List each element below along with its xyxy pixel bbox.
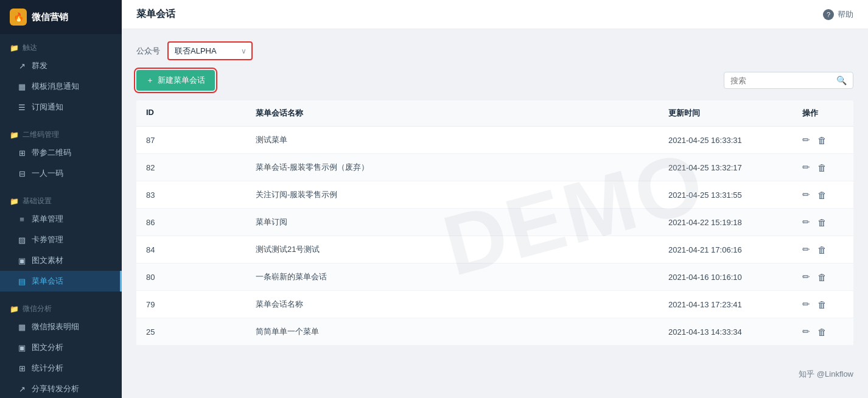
nav-group-analysis: 📁 微信分析 bbox=[0, 299, 122, 316]
delete-icon[interactable]: 🗑 bbox=[817, 217, 827, 228]
sidebar-header: 🔥 微信营销 bbox=[0, 0, 122, 34]
help-button[interactable]: ? 帮助 bbox=[823, 9, 853, 20]
table-row: 80 一条崭新的菜单会话 2021-04-16 10:16:10 ✏ 🗑 bbox=[136, 264, 853, 291]
cell-id: 86 bbox=[136, 209, 246, 236]
delete-icon[interactable]: 🗑 bbox=[817, 327, 827, 337]
row-action-icons: ✏ 🗑 bbox=[802, 217, 827, 228]
sidebar-item-paramqr[interactable]: ⊞ 带参二维码 bbox=[0, 142, 122, 163]
table-row: 82 菜单会话-服装零售示例（废弃） 2021-04-25 13:32:17 ✏… bbox=[136, 154, 853, 181]
cell-id: 82 bbox=[136, 154, 246, 181]
folder-icon-analysis: 📁 bbox=[10, 305, 19, 313]
page-title: 菜单会话 bbox=[136, 8, 175, 21]
edit-icon[interactable]: ✏ bbox=[802, 271, 810, 282]
sidebar-item-graphanalysis[interactable]: ▣ 图文分析 bbox=[0, 337, 122, 358]
col-header-actions: 操作 bbox=[793, 100, 853, 126]
plus-icon: ＋ bbox=[146, 75, 154, 86]
edit-icon[interactable]: ✏ bbox=[802, 244, 810, 255]
help-icon: ? bbox=[823, 9, 834, 20]
table-row: 87 测试菜单 2021-04-25 16:33:31 ✏ 🗑 bbox=[136, 127, 853, 154]
edit-icon[interactable]: ✏ bbox=[802, 217, 810, 228]
cell-name: 简简单单一个菜单 bbox=[246, 318, 659, 345]
cell-name: 菜单会话名称 bbox=[246, 291, 659, 318]
sidebar-item-card[interactable]: ▨ 卡券管理 bbox=[0, 229, 122, 250]
col-header-updated: 更新时间 bbox=[659, 100, 793, 126]
cell-actions: ✏ 🗑 bbox=[793, 318, 853, 345]
report-icon: ▦ bbox=[17, 323, 27, 332]
cell-id: 83 bbox=[136, 181, 246, 208]
edit-icon[interactable]: ✏ bbox=[802, 162, 810, 173]
sidebar-item-statsanalysis[interactable]: ⊞ 统计分析 bbox=[0, 358, 122, 379]
sidebar-item-template[interactable]: ▦ 模板消息通知 bbox=[0, 76, 122, 97]
cell-name: 测试测试21号测试 bbox=[246, 236, 659, 263]
delete-icon[interactable]: 🗑 bbox=[817, 135, 827, 145]
filter-label: 公众号 bbox=[136, 46, 160, 57]
edit-icon[interactable]: ✏ bbox=[802, 189, 810, 200]
row-action-icons: ✏ 🗑 bbox=[802, 189, 827, 200]
delete-icon[interactable]: 🗑 bbox=[817, 190, 827, 200]
card-icon: ▨ bbox=[17, 236, 27, 245]
menuchat-icon: ▤ bbox=[17, 277, 27, 286]
cell-actions: ✏ 🗑 bbox=[793, 236, 853, 263]
personalqr-icon: ⊟ bbox=[17, 169, 27, 178]
sidebar-item-masssend[interactable]: ↗ 群发 bbox=[0, 55, 122, 76]
sidebar-item-menumanage[interactable]: ≡ 菜单管理 bbox=[0, 209, 122, 229]
new-menuchat-button[interactable]: ＋ 新建菜单会话 bbox=[136, 70, 215, 91]
cell-name: 关注订阅-服装零售示例 bbox=[246, 181, 659, 208]
media-icon: ▣ bbox=[17, 256, 27, 265]
table-row: 84 测试测试21号测试 2021-04-21 17:06:16 ✏ 🗑 bbox=[136, 236, 853, 264]
search-box[interactable]: 🔍 bbox=[724, 72, 853, 89]
cell-actions: ✏ 🗑 bbox=[793, 154, 853, 181]
folder-icon: 📁 bbox=[10, 44, 19, 52]
cell-actions: ✏ 🗑 bbox=[793, 181, 853, 208]
search-input[interactable] bbox=[730, 76, 833, 85]
cell-updated: 2021-04-16 10:16:10 bbox=[659, 264, 793, 290]
sidebar-item-media[interactable]: ▣ 图文素材 bbox=[0, 250, 122, 271]
table-header: ID 菜单会话名称 更新时间 操作 bbox=[136, 100, 853, 127]
account-select[interactable]: 联否ALPHA bbox=[167, 41, 253, 60]
sidebar-item-report[interactable]: ▦ 微信报表明细 bbox=[0, 316, 122, 337]
table-row: 25 简简单单一个菜单 2021-04-13 14:33:34 ✏ 🗑 bbox=[136, 318, 853, 346]
cell-actions: ✏ 🗑 bbox=[793, 209, 853, 236]
delete-icon[interactable]: 🗑 bbox=[817, 245, 827, 255]
edit-icon[interactable]: ✏ bbox=[802, 299, 810, 310]
cell-id: 79 bbox=[136, 291, 246, 318]
app-name: 微信营销 bbox=[32, 12, 68, 23]
subscribe-icon: ☰ bbox=[17, 103, 27, 112]
sidebar-item-personalqr[interactable]: ⊟ 一人一码 bbox=[0, 163, 122, 184]
cell-id: 87 bbox=[136, 127, 246, 153]
row-action-icons: ✏ 🗑 bbox=[802, 326, 827, 337]
row-action-icons: ✏ 🗑 bbox=[802, 299, 827, 310]
zhihu-watermark: 知乎 @Linkflow bbox=[799, 369, 853, 380]
sidebar-item-menuchat[interactable]: ▤ 菜单会话 bbox=[0, 271, 122, 292]
account-select-wrapper[interactable]: 联否ALPHA bbox=[167, 41, 253, 60]
cell-updated: 2021-04-25 13:32:17 bbox=[659, 154, 793, 181]
cell-id: 25 bbox=[136, 318, 246, 345]
cell-actions: ✏ 🗑 bbox=[793, 127, 853, 153]
delete-icon[interactable]: 🗑 bbox=[817, 299, 827, 310]
edit-icon[interactable]: ✏ bbox=[802, 326, 810, 337]
table-body: 87 测试菜单 2021-04-25 16:33:31 ✏ 🗑 82 菜单会话-… bbox=[136, 127, 853, 346]
col-header-id: ID bbox=[136, 100, 246, 126]
nav-section-settings: 📁 基础设置 ≡ 菜单管理 ▨ 卡券管理 ▣ 图文素材 ▤ 菜单会话 bbox=[0, 187, 122, 295]
cell-updated: 2021-04-25 13:31:55 bbox=[659, 181, 793, 208]
graphanalysis-icon: ▣ bbox=[17, 343, 27, 352]
cell-updated: 2021-04-22 15:19:18 bbox=[659, 209, 793, 236]
sidebar-item-shareanalysis[interactable]: ↗ 分享转发分析 bbox=[0, 379, 122, 398]
content-area: DEMO 公众号 联否ALPHA ＋ 新建菜单会话 🔍 ID bbox=[122, 29, 868, 398]
main-area: 菜单会话 ? 帮助 DEMO 公众号 联否ALPHA ＋ 新建菜单会话 bbox=[122, 0, 868, 398]
nav-group-settings: 📁 基础设置 bbox=[0, 191, 122, 209]
delete-icon[interactable]: 🗑 bbox=[817, 272, 827, 282]
cell-updated: 2021-04-13 17:23:41 bbox=[659, 291, 793, 318]
edit-icon[interactable]: ✏ bbox=[802, 134, 810, 145]
menumanage-icon: ≡ bbox=[17, 215, 27, 224]
data-table: ID 菜单会话名称 更新时间 操作 87 测试菜单 2021-04-25 16:… bbox=[136, 100, 853, 346]
cell-name: 菜单订阅 bbox=[246, 209, 659, 236]
search-icon: 🔍 bbox=[836, 75, 847, 85]
delete-icon[interactable]: 🗑 bbox=[817, 162, 827, 173]
row-action-icons: ✏ 🗑 bbox=[802, 134, 827, 145]
table-row: 83 关注订阅-服装零售示例 2021-04-25 13:31:55 ✏ 🗑 bbox=[136, 181, 853, 209]
help-label: 帮助 bbox=[838, 9, 853, 20]
sidebar: 🔥 微信营销 📁 触达 ↗ 群发 ▦ 模板消息通知 ☰ 订阅通知 📁 二维码管理… bbox=[0, 0, 122, 398]
sidebar-item-subscribe[interactable]: ☰ 订阅通知 bbox=[0, 97, 122, 117]
nav-group-reach: 📁 触达 bbox=[0, 38, 122, 55]
